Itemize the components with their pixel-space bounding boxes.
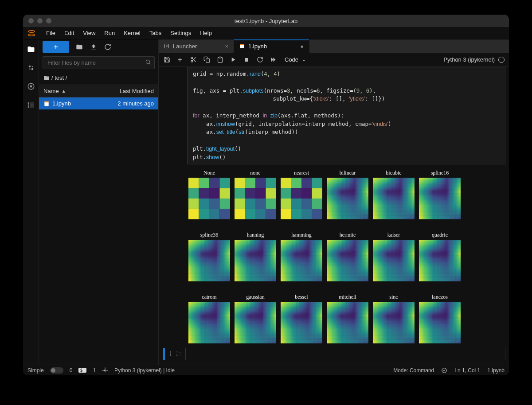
svg-rect-1696 bbox=[396, 201, 398, 202]
menu-file[interactable]: File bbox=[42, 30, 60, 36]
svg-rect-1573 bbox=[403, 196, 404, 197]
svg-rect-10884 bbox=[263, 324, 265, 325]
paste-icon[interactable] bbox=[216, 56, 223, 63]
svg-rect-11302 bbox=[266, 341, 267, 342]
tab-notebook[interactable]: 1.ipynb ● bbox=[234, 39, 309, 53]
svg-rect-6380 bbox=[366, 245, 367, 246]
refresh-icon[interactable] bbox=[104, 43, 112, 51]
svg-rect-8310 bbox=[430, 241, 431, 242]
svg-rect-7892 bbox=[381, 266, 382, 267]
svg-rect-6754 bbox=[353, 261, 354, 262]
code-editor[interactable]: grid = np.random.rand(4, 4) fig, axs = p… bbox=[187, 67, 505, 164]
svg-rect-2810 bbox=[434, 205, 436, 206]
copy-icon[interactable] bbox=[203, 56, 210, 63]
unsaved-indicator-icon[interactable]: ● bbox=[300, 43, 304, 50]
svg-rect-2320 bbox=[422, 186, 423, 187]
code-cell[interactable]: grid = np.random.rand(4, 4) fig, axs = p… bbox=[187, 67, 505, 164]
svg-rect-2809 bbox=[433, 205, 434, 206]
jupyter-logo-icon[interactable] bbox=[27, 28, 36, 38]
menu-help[interactable]: Help bbox=[196, 30, 216, 36]
lsp-icon[interactable] bbox=[102, 367, 108, 374]
svg-rect-8828 bbox=[437, 262, 438, 263]
menu-tabs[interactable]: Tabs bbox=[145, 30, 166, 36]
folder-icon[interactable] bbox=[27, 45, 35, 54]
run-icon[interactable] bbox=[230, 56, 237, 63]
menu-kernel[interactable]: Kernel bbox=[119, 30, 145, 36]
svg-rect-7134 bbox=[348, 276, 349, 278]
svg-rect-13733 bbox=[403, 315, 404, 316]
running-icon[interactable] bbox=[27, 63, 35, 72]
stop-icon[interactable] bbox=[243, 56, 250, 63]
svg-rect-2146 bbox=[445, 178, 446, 179]
svg-rect-14045 bbox=[392, 328, 394, 329]
file-row[interactable]: 1.ipynb 2 minutes ago bbox=[39, 97, 158, 109]
close-icon[interactable]: × bbox=[225, 43, 228, 50]
svg-rect-7544 bbox=[386, 252, 387, 253]
trust-icon[interactable] bbox=[441, 367, 447, 374]
svg-rect-2953 bbox=[454, 210, 455, 212]
upload-icon[interactable] bbox=[90, 43, 98, 51]
notebook-area[interactable]: grid = np.random.rand(4, 4) fig, axs = p… bbox=[159, 67, 509, 365]
svg-rect-614 bbox=[358, 199, 360, 200]
close-dot[interactable] bbox=[28, 18, 34, 23]
svg-rect-3324 bbox=[207, 246, 208, 248]
svg-rect-1872 bbox=[376, 209, 377, 210]
restart-icon[interactable] bbox=[256, 56, 263, 63]
simple-toggle[interactable] bbox=[50, 367, 63, 374]
svg-rect-3285 bbox=[198, 245, 199, 246]
svg-rect-13122 bbox=[353, 332, 354, 333]
svg-rect-9267 bbox=[426, 280, 427, 281]
svg-rect-14500 bbox=[448, 304, 449, 306]
svg-rect-11362 bbox=[307, 302, 308, 303]
menu-run[interactable]: Run bbox=[100, 30, 119, 36]
list-icon[interactable] bbox=[27, 101, 35, 109]
svg-rect-2057 bbox=[408, 215, 409, 217]
svg-rect-5904 bbox=[283, 269, 285, 270]
svg-rect-5651 bbox=[287, 258, 289, 259]
modified-column[interactable]: Last Modified bbox=[120, 88, 154, 94]
code-editor[interactable] bbox=[185, 348, 505, 360]
svg-rect-5928 bbox=[314, 269, 316, 270]
svg-rect-13948 bbox=[391, 324, 392, 325]
svg-rect-4146 bbox=[194, 280, 195, 281]
svg-rect-12203 bbox=[318, 336, 320, 337]
menu-settings[interactable]: Settings bbox=[166, 30, 196, 36]
svg-rect-10334 bbox=[255, 302, 257, 303]
add-cell-icon[interactable]: + bbox=[176, 56, 184, 63]
svg-rect-11985 bbox=[285, 328, 286, 329]
new-folder-icon[interactable] bbox=[75, 43, 83, 51]
svg-rect-11108 bbox=[263, 333, 265, 335]
save-icon[interactable] bbox=[163, 56, 170, 63]
svg-rect-14298 bbox=[388, 339, 390, 340]
new-launcher-button[interactable]: + bbox=[43, 41, 69, 53]
svg-rect-6957 bbox=[367, 269, 368, 270]
svg-rect-7944 bbox=[407, 267, 408, 269]
svg-rect-8477 bbox=[438, 248, 440, 249]
svg-rect-8072 bbox=[407, 273, 408, 274]
cell-type-select[interactable]: Code⌄ bbox=[285, 56, 305, 63]
minimize-dot[interactable] bbox=[37, 18, 43, 23]
run-all-icon[interactable] bbox=[270, 56, 277, 63]
svg-rect-6386 bbox=[332, 246, 333, 248]
empty-cell[interactable]: [ ]: bbox=[163, 348, 505, 360]
svg-rect-10556 bbox=[253, 311, 254, 312]
tab-launcher[interactable]: Launcher × bbox=[159, 39, 234, 53]
kernel-status[interactable]: Python 3 (ipykernel) | Idle bbox=[114, 367, 175, 374]
menu-edit[interactable]: Edit bbox=[60, 30, 78, 36]
zoom-dot[interactable] bbox=[46, 18, 51, 23]
name-column[interactable]: Name▲ bbox=[43, 88, 66, 94]
svg-rect-12867 bbox=[354, 321, 356, 323]
svg-rect-9679 bbox=[190, 318, 191, 319]
stop-circle-icon[interactable] bbox=[27, 82, 35, 91]
cut-icon[interactable] bbox=[190, 56, 197, 63]
svg-rect-10552 bbox=[247, 311, 249, 312]
svg-rect-5149 bbox=[254, 279, 255, 280]
breadcrumb[interactable]: / test / bbox=[39, 71, 158, 85]
terminal-icon[interactable]: $_ bbox=[78, 368, 86, 373]
svg-rect-398 bbox=[327, 191, 328, 192]
svg-rect-10300 bbox=[207, 342, 208, 343]
filter-input[interactable] bbox=[43, 56, 155, 69]
menu-view[interactable]: View bbox=[78, 30, 100, 36]
kernel-indicator[interactable]: Python 3 (ipykernel) bbox=[443, 56, 505, 63]
svg-rect-2709 bbox=[428, 201, 430, 202]
